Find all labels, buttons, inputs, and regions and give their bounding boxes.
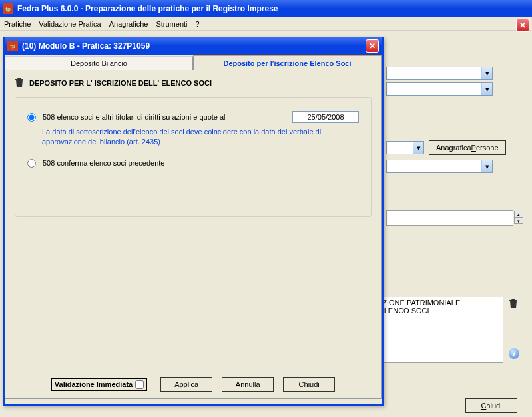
radio-row-elenco: 508 elenco soci e altri titolari di diri… bbox=[27, 111, 359, 123]
info-icon[interactable]: i bbox=[509, 348, 519, 359]
menu-pratiche[interactable]: Pratiche bbox=[4, 20, 31, 28]
bg-list[interactable]: UAZIONE PATRIMONIALE E ELENCO SOCI bbox=[370, 297, 503, 363]
menubar: Pratiche Validazione Pratica Anagrafiche… bbox=[0, 17, 532, 31]
validazione-checkbox[interactable] bbox=[135, 380, 144, 389]
app-titlebar: fp Fedra Plus 6.0.0 - Preparazione delle… bbox=[0, 0, 532, 17]
trash-icon[interactable] bbox=[15, 77, 24, 89]
validazione-label: Validazione Immediata bbox=[55, 380, 133, 388]
menu-anagrafiche[interactable]: Anagrafiche bbox=[109, 20, 148, 28]
dropdown-arrow-icon: ▾ bbox=[413, 142, 423, 154]
tab-deposito-bilancio[interactable]: Deposito Bilancio bbox=[5, 56, 193, 70]
radio-row-conferma: 508 conferma elenco soci precedente bbox=[27, 159, 359, 168]
dialog-close-button[interactable]: ✕ bbox=[366, 39, 379, 53]
outer-close-button[interactable]: ✕ bbox=[516, 19, 529, 32]
app-title: Fedra Plus 6.0.0 - Preparazione delle pr… bbox=[17, 4, 278, 13]
dialog-button-bar: Validazione Immediata Applica Annulla Ch… bbox=[5, 377, 381, 392]
validazione-immediata-wrap[interactable]: Validazione Immediata bbox=[51, 378, 147, 391]
tabs: Deposito Bilancio Deposito per l'iscrizi… bbox=[5, 55, 382, 70]
menu-validazione[interactable]: Validazione Pratica bbox=[39, 20, 101, 28]
radio-label: 508 conferma elenco soci precedente bbox=[43, 159, 164, 167]
hint-text: La data di sottoscrizione dell'elenco de… bbox=[42, 127, 359, 147]
tab-deposito-iscrizione[interactable]: Deposito per l'iscrizione Elenco Soci bbox=[193, 55, 382, 70]
annulla-button[interactable]: Annulla bbox=[222, 377, 274, 392]
text-spinner[interactable]: ▴ ▾ bbox=[514, 211, 523, 224]
applica-button[interactable]: Applica bbox=[160, 377, 212, 392]
dialog-icon: fp bbox=[7, 41, 18, 51]
dialog-title: (10) Modulo B - Pratica: 327P1059 bbox=[22, 41, 150, 51]
spinner-up-icon[interactable]: ▴ bbox=[514, 211, 523, 217]
section-header: DEPOSITO PER L' ISCRIZIONE DELL' ELENCO … bbox=[15, 77, 372, 89]
dropdown-arrow-icon: ▾ bbox=[481, 67, 492, 79]
groupbox: 508 elenco soci e altri titolari di diri… bbox=[15, 97, 372, 217]
dropdown-arrow-icon: ▾ bbox=[481, 83, 492, 95]
dropdown-arrow-icon: ▾ bbox=[481, 160, 492, 172]
section-title: DEPOSITO PER L' ISCRIZIONE DELL' ELENCO … bbox=[29, 79, 212, 87]
app-icon: fp bbox=[3, 3, 13, 14]
radio-conferma[interactable] bbox=[27, 159, 36, 168]
bg-select-3[interactable]: ▾ bbox=[386, 141, 424, 154]
outer-chiudi-button[interactable]: Chiudi bbox=[465, 398, 517, 413]
list-item[interactable]: UAZIONE PATRIMONIALE bbox=[372, 299, 501, 307]
bg-select-4[interactable]: ▾ bbox=[386, 160, 493, 173]
date-input[interactable] bbox=[292, 111, 359, 123]
bg-textfield[interactable] bbox=[386, 210, 513, 226]
menu-help[interactable]: ? bbox=[196, 20, 200, 28]
chiudi-button[interactable]: Chiudi bbox=[283, 377, 335, 392]
radio-elenco-soci[interactable] bbox=[27, 113, 36, 122]
menu-strumenti[interactable]: Strumenti bbox=[156, 20, 187, 28]
list-item[interactable]: E ELENCO SOCI bbox=[372, 307, 501, 315]
tab-body: DEPOSITO PER L' ISCRIZIONE DELL' ELENCO … bbox=[5, 70, 382, 399]
bg-select-1[interactable]: ▾ bbox=[386, 67, 493, 80]
radio-label: 508 elenco soci e altri titolari di diri… bbox=[43, 113, 226, 121]
bg-select-2[interactable]: ▾ bbox=[386, 82, 493, 96]
spinner-down-icon[interactable]: ▾ bbox=[514, 217, 523, 224]
anagrafica-persone-button[interactable]: Anagrafica Persone bbox=[429, 140, 506, 155]
modulo-b-dialog: fp (10) Modulo B - Pratica: 327P1059 ✕ D… bbox=[3, 37, 384, 406]
trash-icon[interactable] bbox=[509, 298, 519, 310]
dialog-titlebar: fp (10) Modulo B - Pratica: 327P1059 ✕ bbox=[5, 37, 382, 55]
